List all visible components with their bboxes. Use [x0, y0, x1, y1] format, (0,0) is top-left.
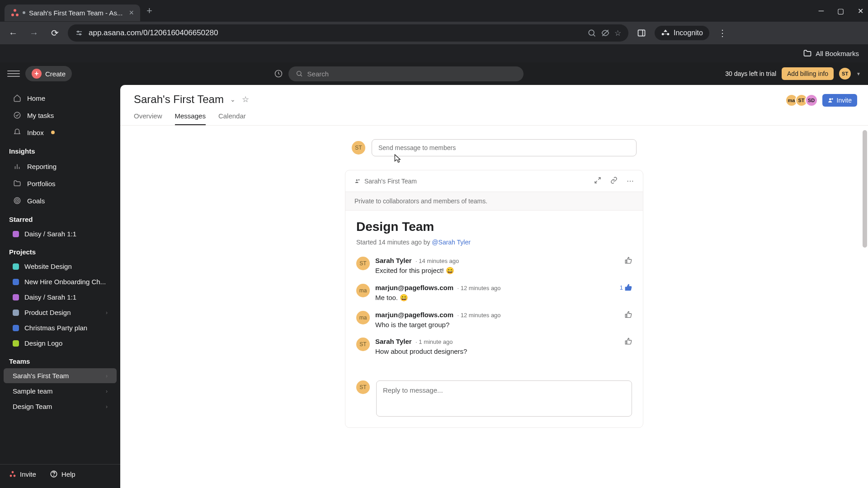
like-button[interactable] — [625, 311, 632, 318]
reload-button[interactable]: ⟳ — [47, 25, 62, 41]
tab-unsaved-dot — [23, 11, 25, 14]
message-text: How about product designers? — [375, 347, 632, 355]
message-item: ST Sarah Tyler · 1 minute ago How about … — [356, 338, 632, 355]
compose-input[interactable]: Send message to members — [372, 139, 637, 156]
tab-calendar[interactable]: Calendar — [218, 112, 246, 125]
new-tab-button[interactable]: + — [146, 5, 152, 17]
chevron-down-icon[interactable]: ▼ — [856, 71, 861, 76]
sidebar-section-insights: Insights — [0, 141, 120, 158]
eye-off-icon[interactable] — [601, 28, 610, 38]
sidebar-section-starred: Starred — [0, 209, 120, 226]
message-item: ST Sarah Tyler · 14 minutes ago Excited … — [356, 257, 632, 275]
svg-line-25 — [598, 178, 600, 180]
all-bookmarks-link[interactable]: All Bookmarks — [816, 50, 859, 57]
member-avatars[interactable]: maSTSD — [788, 94, 818, 107]
like-button[interactable] — [625, 257, 632, 264]
svg-point-10 — [297, 71, 301, 75]
history-icon[interactable] — [274, 69, 283, 78]
page-header: Sarah's First Team ⌄ ☆ Overview Messages… — [120, 85, 868, 126]
message-author[interactable]: Sarah Tyler — [375, 338, 412, 345]
create-button[interactable]: + Create — [25, 66, 72, 81]
privacy-banner: Private to collaborators and members of … — [345, 192, 643, 211]
folder-icon — [803, 49, 812, 58]
plus-icon: + — [32, 69, 42, 79]
window-controls: ─ ▢ ✕ — [819, 7, 863, 15]
star-icon[interactable]: ☆ — [614, 28, 621, 38]
svg-point-18 — [17, 200, 18, 201]
side-panel-icon[interactable] — [634, 25, 649, 41]
people-icon — [354, 178, 361, 184]
project-color-icon — [13, 279, 19, 285]
sidebar-team-item[interactable]: Sample team› — [4, 384, 117, 399]
url-field[interactable]: app.asana.com/0/1206160406650280 ☆ — [68, 24, 628, 42]
sidebar-goals[interactable]: Goals — [4, 192, 117, 209]
reply-input[interactable]: Reply to message... — [376, 380, 632, 417]
expand-icon[interactable] — [594, 177, 601, 185]
member-avatar[interactable]: SD — [805, 94, 818, 107]
tab-overview[interactable]: Overview — [134, 112, 162, 125]
sidebar-project-item[interactable]: Daisy / Sarah 1:1 — [4, 290, 117, 305]
invite-button[interactable]: Invite — [822, 94, 857, 107]
card-team-label[interactable]: Sarah's First Team — [364, 178, 417, 185]
maximize-icon[interactable]: ▢ — [837, 7, 844, 15]
sidebar-project-item[interactable]: Product Design› — [4, 305, 117, 320]
message-time: · 12 minutes ago — [457, 285, 500, 291]
reply-avatar: ST — [356, 380, 370, 394]
like-button[interactable] — [625, 338, 632, 345]
message-author[interactable]: marjun@pageflows.com — [375, 311, 453, 319]
sidebar-help[interactable]: Help — [50, 470, 75, 478]
close-window-icon[interactable]: ✕ — [858, 7, 863, 15]
svg-line-26 — [595, 181, 597, 183]
like-button[interactable]: 1 — [620, 284, 632, 291]
message-avatar: ST — [356, 257, 370, 270]
search-input[interactable]: Search — [288, 66, 524, 81]
sidebar-project-item[interactable]: Design Logo — [4, 336, 117, 351]
more-icon[interactable]: ⋯ — [627, 177, 634, 185]
forward-button[interactable]: → — [26, 25, 42, 41]
author-link[interactable]: @Sarah Tyler — [432, 239, 471, 246]
svg-point-21 — [829, 98, 831, 100]
sidebar-team-item[interactable]: Design Team› — [4, 399, 117, 414]
link-icon[interactable] — [610, 177, 618, 185]
star-icon[interactable]: ☆ — [242, 94, 249, 104]
message-time: · 14 minutes ago — [415, 258, 459, 264]
scrollbar[interactable] — [863, 130, 867, 248]
browser-tab[interactable]: Sarah's First Team Team - As... × — [5, 5, 140, 21]
menu-toggle[interactable] — [7, 67, 20, 80]
sidebar-starred-item[interactable]: Daisy / Sarah 1:1 — [4, 226, 117, 241]
app-header: + Create Search 30 days left in trial Ad… — [0, 62, 868, 85]
sidebar-invite[interactable]: Invite — [9, 470, 36, 478]
asana-favicon — [11, 9, 19, 17]
home-icon — [13, 94, 22, 103]
browser-menu-icon[interactable]: ⋮ — [715, 25, 730, 41]
target-icon — [13, 196, 22, 205]
svg-line-11 — [300, 75, 302, 76]
sidebar-project-item[interactable]: Christmas Party plan — [4, 320, 117, 335]
sidebar-home[interactable]: Home — [4, 90, 117, 106]
zoom-icon[interactable] — [587, 28, 596, 38]
tab-close-icon[interactable]: × — [129, 8, 134, 18]
sidebar-my-tasks[interactable]: My tasks — [4, 107, 117, 123]
back-button[interactable]: ← — [5, 25, 21, 41]
url-bar: ← → ⟳ app.asana.com/0/1206160406650280 ☆ — [0, 22, 868, 44]
svg-point-22 — [831, 98, 833, 100]
site-settings-icon[interactable] — [75, 29, 83, 37]
chevron-down-icon[interactable]: ⌄ — [230, 96, 236, 103]
people-icon — [828, 97, 834, 103]
sidebar-team-item[interactable]: Sarah's First Team› — [4, 368, 117, 383]
user-avatar[interactable]: ST — [839, 68, 851, 80]
bookmarks-bar: All Bookmarks — [0, 44, 868, 62]
sidebar-portfolios[interactable]: Portfolios — [4, 175, 117, 192]
billing-button[interactable]: Add billing info — [782, 67, 834, 80]
sidebar-inbox[interactable]: Inbox — [4, 124, 117, 141]
tab-title: Sarah's First Team Team - As... — [29, 9, 125, 17]
message-author[interactable]: Sarah Tyler — [375, 257, 412, 264]
sidebar-project-item[interactable]: Website Design — [4, 259, 117, 274]
message-author[interactable]: marjun@pageflows.com — [375, 284, 453, 291]
minimize-icon[interactable]: ─ — [819, 7, 824, 15]
sidebar: Home My tasks Inbox Insights Reporting P… — [0, 85, 120, 488]
tab-messages[interactable]: Messages — [175, 112, 206, 125]
sidebar-reporting[interactable]: Reporting — [4, 158, 117, 174]
incognito-indicator[interactable]: Incognito — [655, 26, 709, 40]
sidebar-project-item[interactable]: New Hire Onboarding Ch... — [4, 274, 117, 289]
